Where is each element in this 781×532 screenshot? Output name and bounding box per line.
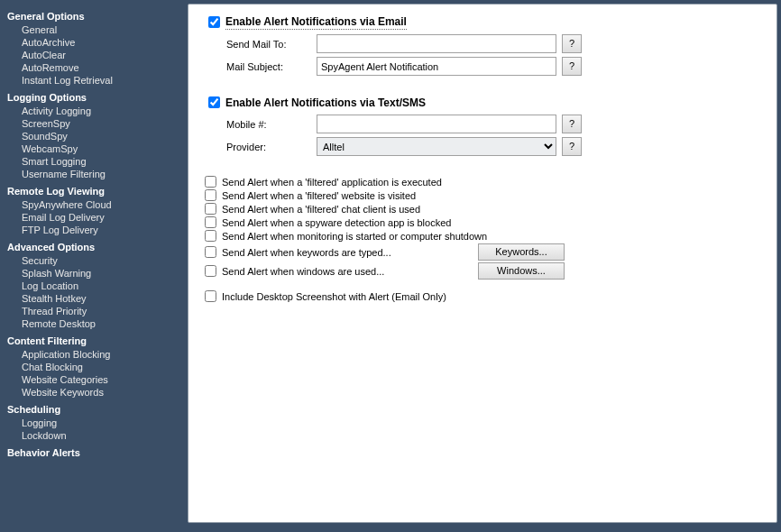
sidebar-item[interactable]: Activity Logging bbox=[22, 105, 179, 117]
alert-label: Send Alert when a 'filtered' chat client… bbox=[222, 204, 420, 215]
sidebar-group-title[interactable]: Logging Options bbox=[7, 92, 179, 103]
content-panel: Enable Alert Notifications via Email Sen… bbox=[188, 4, 777, 523]
alert-checkbox[interactable] bbox=[205, 176, 216, 188]
alert-checkbox[interactable] bbox=[205, 189, 216, 201]
mail-subject-input[interactable] bbox=[317, 57, 556, 76]
sidebar-item[interactable]: AutoArchive bbox=[22, 36, 179, 49]
windows-label: Send Alert when windows are used... bbox=[222, 266, 384, 277]
alert-label: Send Alert when monitoring is started or… bbox=[222, 231, 487, 242]
sidebar-item[interactable]: AutoClear bbox=[22, 49, 179, 61]
alert-row: Send Alert when a 'filtered' application… bbox=[205, 176, 760, 188]
sidebar-item[interactable]: WebcamSpy bbox=[22, 142, 179, 155]
send-mail-to-row: Send Mail To: ? bbox=[226, 34, 760, 53]
provider-row: Provider: Alltel ? bbox=[226, 137, 760, 156]
content-wrap: Enable Alert Notifications via Email Sen… bbox=[184, 0, 781, 532]
alert-row: Send Alert when a 'filtered' chat client… bbox=[205, 203, 760, 215]
sidebar-group-title[interactable]: Behavior Alerts bbox=[7, 447, 179, 458]
sidebar-item[interactable]: Email Log Delivery bbox=[22, 211, 179, 224]
mail-subject-label: Mail Subject: bbox=[226, 61, 317, 72]
keywords-label: Send Alert when keywords are typed... bbox=[222, 247, 391, 258]
sidebar-item[interactable]: Website Categories bbox=[22, 373, 179, 386]
sidebar-group-list: Application BlockingChat BlockingWebsite… bbox=[7, 348, 179, 399]
sidebar-item[interactable]: Website Keywords bbox=[22, 386, 179, 399]
sidebar-group-title[interactable]: Scheduling bbox=[7, 404, 179, 415]
sidebar-item[interactable]: FTP Log Delivery bbox=[22, 224, 179, 236]
help-button-mobile[interactable]: ? bbox=[562, 115, 582, 133]
sidebar-group-list: SpyAnywhere CloudEmail Log DeliveryFTP L… bbox=[7, 198, 179, 236]
help-button-subject[interactable]: ? bbox=[562, 57, 582, 76]
sidebar-item[interactable]: Log Location bbox=[22, 280, 179, 292]
provider-select[interactable]: Alltel bbox=[317, 137, 556, 156]
help-button-sendto[interactable]: ? bbox=[562, 34, 582, 53]
sidebar-item[interactable]: SpyAnywhere Cloud bbox=[22, 198, 179, 211]
enable-email-checkbox[interactable] bbox=[208, 16, 220, 28]
sidebar-item[interactable]: Remote Desktop bbox=[22, 317, 179, 330]
sidebar-item[interactable]: SoundSpy bbox=[22, 130, 179, 142]
include-screenshot-checkbox[interactable] bbox=[205, 290, 216, 302]
sidebar-item[interactable]: Chat Blocking bbox=[22, 361, 179, 373]
windows-row: Send Alert when windows are used... Wind… bbox=[205, 262, 760, 280]
alert-label: Send Alert when a spyware detection app … bbox=[222, 217, 451, 228]
sidebar-item[interactable]: General bbox=[22, 23, 179, 36]
windows-checkbox[interactable] bbox=[205, 265, 216, 277]
sidebar-item[interactable]: Smart Logging bbox=[22, 155, 179, 168]
send-mail-to-input[interactable] bbox=[317, 34, 556, 53]
sidebar-group-list: GeneralAutoArchiveAutoClearAutoRemoveIns… bbox=[7, 23, 179, 87]
enable-sms-row: Enable Alert Notifications via Text/SMS bbox=[205, 94, 760, 111]
keywords-row: Send Alert when keywords are typed... Ke… bbox=[205, 243, 760, 261]
enable-sms-label: Enable Alert Notifications via Text/SMS bbox=[225, 96, 426, 109]
help-button-provider[interactable]: ? bbox=[562, 137, 582, 156]
mail-subject-row: Mail Subject: ? bbox=[226, 57, 760, 76]
sidebar-item[interactable]: Application Blocking bbox=[22, 348, 179, 361]
alert-checkbox[interactable] bbox=[205, 230, 216, 242]
sidebar-group-list: SecuritySplash WarningLog LocationStealt… bbox=[7, 254, 179, 330]
mobile-label: Mobile #: bbox=[226, 119, 317, 130]
sidebar-item[interactable]: Security bbox=[22, 254, 179, 267]
sidebar-group-list: LoggingLockdown bbox=[7, 417, 179, 442]
sidebar-group-title[interactable]: General Options bbox=[7, 11, 179, 22]
include-screenshot-row: Include Desktop Screenshot with Alert (E… bbox=[205, 290, 760, 302]
alert-row: Send Alert when monitoring is started or… bbox=[205, 230, 760, 242]
sidebar: General OptionsGeneralAutoArchiveAutoCle… bbox=[0, 0, 184, 532]
sidebar-item[interactable]: Lockdown bbox=[22, 429, 179, 442]
alert-row: Send Alert when a spyware detection app … bbox=[205, 216, 760, 228]
keywords-checkbox[interactable] bbox=[205, 246, 216, 258]
sidebar-item[interactable]: Logging bbox=[22, 417, 179, 429]
alert-checkbox[interactable] bbox=[205, 216, 216, 228]
alert-label: Send Alert when a 'filtered' website is … bbox=[222, 190, 416, 201]
enable-email-row: Enable Alert Notifications via Email bbox=[205, 14, 760, 31]
enable-sms-checkbox[interactable] bbox=[208, 96, 220, 108]
alert-label: Send Alert when a 'filtered' application… bbox=[222, 177, 442, 188]
windows-button[interactable]: Windows... bbox=[478, 262, 565, 280]
provider-label: Provider: bbox=[226, 142, 317, 152]
enable-email-label: Enable Alert Notifications via Email bbox=[225, 15, 407, 30]
sidebar-group-title[interactable]: Content Filtering bbox=[7, 335, 179, 346]
sidebar-item[interactable]: Thread Priority bbox=[22, 305, 179, 317]
sidebar-group-title[interactable]: Remote Log Viewing bbox=[7, 186, 179, 197]
mobile-row: Mobile #: ? bbox=[226, 115, 760, 133]
keywords-button[interactable]: Keywords... bbox=[478, 243, 565, 261]
include-screenshot-label: Include Desktop Screenshot with Alert (E… bbox=[222, 291, 446, 302]
send-mail-to-label: Send Mail To: bbox=[226, 39, 317, 50]
sidebar-group-title[interactable]: Advanced Options bbox=[7, 242, 179, 252]
mobile-input[interactable] bbox=[317, 115, 556, 133]
alert-row: Send Alert when a 'filtered' website is … bbox=[205, 189, 760, 201]
alert-checkbox[interactable] bbox=[205, 203, 216, 215]
sidebar-item[interactable]: Splash Warning bbox=[22, 267, 179, 280]
sidebar-group-list: Activity LoggingScreenSpySoundSpyWebcamS… bbox=[7, 105, 179, 180]
sidebar-item[interactable]: Username Filtering bbox=[22, 168, 179, 180]
sidebar-item[interactable]: Instant Log Retrieval bbox=[22, 74, 179, 87]
sidebar-item[interactable]: AutoRemove bbox=[22, 61, 179, 74]
sidebar-item[interactable]: Stealth Hotkey bbox=[22, 292, 179, 305]
sidebar-item[interactable]: ScreenSpy bbox=[22, 117, 179, 130]
